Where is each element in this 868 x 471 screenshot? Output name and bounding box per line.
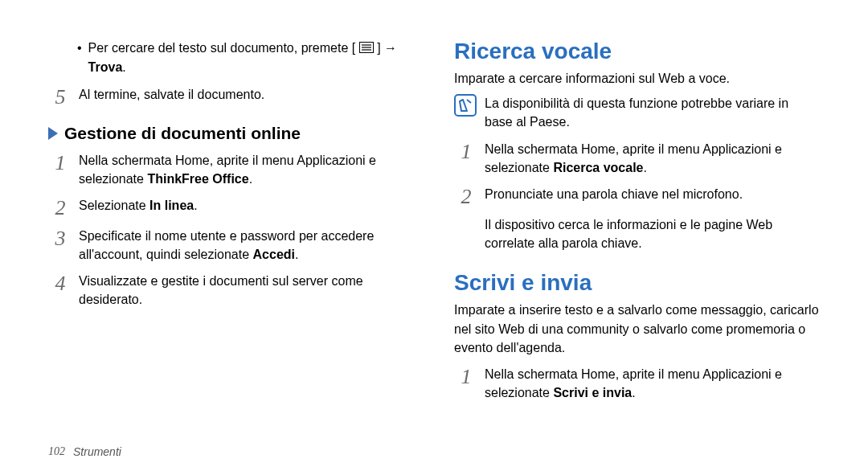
note-body: La disponibilità di questa funzione potr…	[485, 94, 820, 131]
step-body: Nella schermata Home, aprite il menu App…	[485, 365, 820, 402]
ricerca-step-2: 2 Pronunciate una parola chiave nel micr…	[454, 185, 820, 207]
chevron-icon	[48, 127, 58, 140]
menu-icon	[359, 39, 374, 58]
txt: Selezionate	[79, 199, 149, 212]
txt-end: .	[194, 199, 197, 212]
step-number: 5	[48, 85, 72, 108]
txt-end: .	[249, 172, 252, 186]
footer-label: Strumenti	[73, 445, 121, 458]
right-column: Ricerca vocale Imparate a cercare inform…	[430, 32, 836, 455]
scrivi-step-1: 1 Nella schermata Home, aprite il menu A…	[454, 365, 820, 402]
bullet-bold: Trova	[88, 60, 123, 74]
bullet-search-text: • Per cercare del testo sul documento, p…	[77, 39, 414, 77]
step-1: 1 Nella schermata Home, aprite il menu A…	[48, 151, 414, 188]
step-5: 5 Al termine, salvate il documento.	[48, 85, 414, 108]
bold: Accedi	[253, 248, 295, 261]
bullet-body: Per cercare del testo sul documento, pre…	[88, 39, 397, 77]
step-number: 2	[48, 196, 72, 219]
step-3: 3 Specificate il nome utente e password …	[48, 227, 414, 264]
txt-end: .	[295, 248, 298, 261]
bullet-post: ] →	[377, 41, 397, 55]
note-availability: La disponibilità di questa funzione potr…	[454, 94, 820, 131]
page-footer: 102 Strumenti	[48, 445, 121, 458]
step-body: Pronunciate una parola chiave nel microf…	[485, 185, 743, 203]
svg-line-4	[467, 100, 471, 103]
page: • Per cercare del testo sul documento, p…	[0, 0, 868, 471]
step-number: 1	[48, 151, 72, 174]
bold: Ricerca vocale	[553, 161, 643, 174]
bullet-pre: Per cercare del testo sul documento, pre…	[88, 41, 356, 55]
step-body: Specificate il nome utente e password pe…	[79, 227, 414, 264]
section-ricerca-vocale: Ricerca vocale	[454, 39, 820, 64]
txt: Specificate il nome utente e password pe…	[79, 229, 374, 261]
intro-scrivi: Imparate a inserire testo e a salvarlo c…	[454, 301, 820, 357]
txt: Pronunciate una parola chiave nel microf…	[485, 187, 743, 201]
ricerca-step-2-sub: Il dispositivo cerca le informazioni e l…	[485, 215, 820, 252]
note-icon	[454, 94, 477, 117]
section-scrivi-invia: Scrivi e invia	[454, 270, 820, 296]
step-body: Al termine, salvate il documento.	[79, 85, 264, 104]
step-4: 4 Visualizzate e gestite i documenti sul…	[48, 272, 414, 309]
step-2: 2 Selezionate In linea.	[48, 196, 414, 219]
subhead-label: Gestione di documenti online	[64, 124, 301, 143]
step-number: 3	[48, 227, 72, 249]
bold: Scrivi e invia	[553, 386, 632, 399]
bullet-end: .	[122, 60, 125, 74]
subhead-online-docs: Gestione di documenti online	[48, 124, 414, 143]
page-number: 102	[48, 445, 65, 458]
step-body: Nella schermata Home, aprite il menu App…	[485, 140, 820, 177]
step-number: 1	[454, 140, 478, 162]
left-column: • Per cercare del testo sul documento, p…	[32, 32, 430, 455]
step-body: Nella schermata Home, aprite il menu App…	[79, 151, 414, 188]
txt-end: .	[632, 386, 635, 399]
bold: In linea	[149, 199, 194, 212]
bullet-dot: •	[77, 39, 82, 57]
step-number: 2	[454, 185, 478, 207]
step-number: 1	[454, 365, 478, 387]
step-body: Selezionate In linea.	[79, 196, 198, 215]
step-number: 4	[48, 272, 72, 294]
ricerca-step-1: 1 Nella schermata Home, aprite il menu A…	[454, 140, 820, 177]
intro-ricerca: Imparate a cercare informazioni sul Web …	[454, 69, 820, 88]
txt-end: .	[643, 161, 646, 174]
step-body: Visualizzate e gestite i documenti sul s…	[79, 272, 414, 309]
bold: ThinkFree Office	[147, 172, 248, 186]
